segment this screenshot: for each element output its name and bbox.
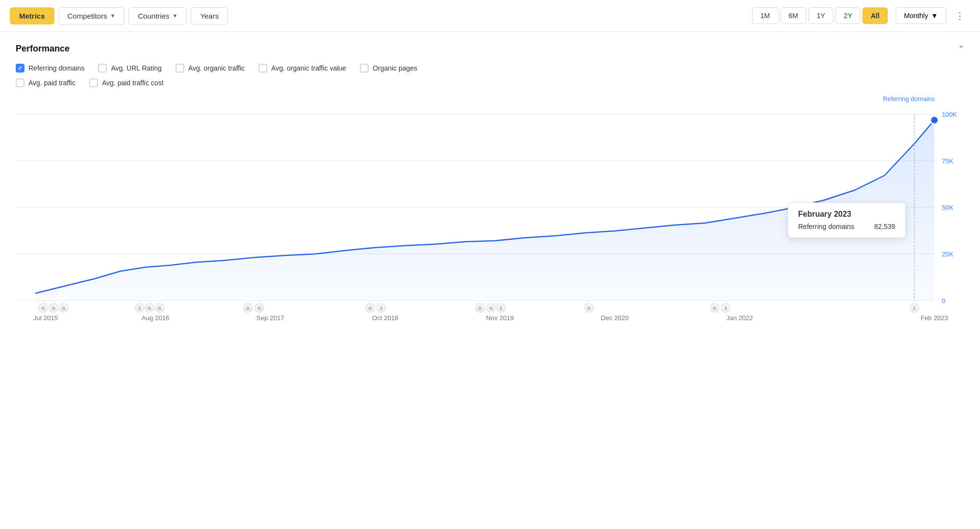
- svg-text:50K: 50K: [942, 204, 954, 211]
- top-navigation: Metrics Competitors ▼ Countries ▼ Years …: [0, 0, 980, 32]
- svg-text:2: 2: [725, 306, 727, 311]
- time-1y-button[interactable]: 1Y: [808, 7, 833, 24]
- svg-text:G: G: [478, 306, 482, 311]
- time-2y-button[interactable]: 2Y: [835, 7, 860, 24]
- svg-text:G: G: [52, 306, 55, 311]
- metrics-button[interactable]: Metrics: [10, 7, 54, 25]
- svg-text:25K: 25K: [942, 251, 954, 258]
- checkbox-referring-domains[interactable]: Referring domains: [16, 64, 84, 73]
- checkbox-avg-url-rating-box: [98, 64, 107, 73]
- time-1m-button[interactable]: 1M: [752, 7, 778, 24]
- svg-text:2: 2: [138, 306, 141, 311]
- svg-text:0: 0: [942, 297, 945, 304]
- checkbox-avg-paid-traffic-cost[interactable]: Avg. paid traffic cost: [89, 78, 164, 87]
- svg-point-11: [930, 116, 938, 124]
- performance-section: Performance ⌃ Referring domains Avg. URL…: [0, 32, 980, 87]
- svg-text:100K: 100K: [942, 111, 957, 118]
- svg-text:G: G: [158, 306, 161, 311]
- svg-text:75K: 75K: [942, 157, 954, 165]
- main-chart-svg: 100K 75K 50K 25K 0 Jul 2015 Aug 2016 Sep…: [16, 104, 964, 340]
- checkbox-avg-organic-traffic-box: [176, 64, 184, 73]
- svg-text:G: G: [41, 306, 45, 311]
- competitors-chevron-icon: ▼: [110, 13, 115, 19]
- time-range-buttons: 1M 6M 1Y 2Y All: [752, 7, 888, 24]
- svg-text:Aug 2016: Aug 2016: [142, 314, 170, 322]
- chart-legend-label: Referring domains: [16, 95, 964, 102]
- monthly-chevron-icon: ▼: [931, 12, 938, 20]
- svg-text:2: 2: [500, 306, 502, 311]
- svg-text:G: G: [587, 306, 591, 311]
- svg-text:G: G: [257, 306, 261, 311]
- svg-text:2: 2: [380, 306, 382, 311]
- svg-text:Feb 2023: Feb 2023: [921, 314, 948, 322]
- checkbox-avg-url-rating[interactable]: Avg. URL Rating: [98, 64, 162, 73]
- time-all-button[interactable]: All: [862, 7, 888, 24]
- countries-button[interactable]: Countries ▼: [128, 7, 187, 25]
- svg-text:G: G: [489, 306, 493, 311]
- time-6m-button[interactable]: 6M: [780, 7, 806, 24]
- competitors-button[interactable]: Competitors ▼: [58, 7, 125, 25]
- checkbox-avg-organic-traffic-value[interactable]: Avg. organic traffic value: [258, 64, 346, 73]
- checkbox-avg-paid-traffic-cost-box: [89, 78, 98, 87]
- svg-text:G: G: [148, 306, 151, 311]
- svg-text:Jan 2022: Jan 2022: [726, 314, 753, 322]
- svg-text:Oct 2018: Oct 2018: [372, 314, 399, 322]
- checkbox-avg-organic-traffic-value-box: [258, 64, 267, 73]
- collapse-button[interactable]: ⌃: [958, 44, 964, 53]
- checkbox-referring-domains-box: [16, 64, 25, 73]
- monthly-button[interactable]: Monthly ▼: [896, 7, 946, 24]
- checkbox-avg-paid-traffic-box: [16, 78, 25, 87]
- svg-text:Nov 2019: Nov 2019: [486, 314, 514, 322]
- checkbox-avg-paid-traffic[interactable]: Avg. paid traffic: [16, 78, 75, 87]
- countries-chevron-icon: ▼: [172, 13, 177, 19]
- checkbox-organic-pages-box: [360, 64, 369, 73]
- chart-wrapper[interactable]: 100K 75K 50K 25K 0 Jul 2015 Aug 2016 Sep…: [16, 104, 964, 340]
- performance-header: Performance ⌃: [16, 44, 964, 54]
- svg-text:G: G: [713, 306, 716, 311]
- checkbox-avg-organic-traffic[interactable]: Avg. organic traffic: [176, 64, 245, 73]
- svg-text:Sep 2017: Sep 2017: [256, 314, 284, 322]
- svg-text:2: 2: [913, 306, 916, 311]
- svg-text:G: G: [369, 306, 372, 311]
- chart-container: Referring domains 100K 75K 50K 25K 0: [0, 95, 980, 340]
- checkbox-row-1: Referring domains Avg. URL Rating Avg. o…: [16, 64, 964, 73]
- svg-text:G: G: [246, 306, 250, 311]
- checkbox-organic-pages[interactable]: Organic pages: [360, 64, 417, 73]
- more-options-button[interactable]: ⋮: [950, 6, 970, 25]
- svg-marker-10: [36, 120, 934, 301]
- years-button[interactable]: Years: [191, 7, 228, 25]
- performance-title: Performance: [16, 44, 70, 54]
- svg-text:Jul 2015: Jul 2015: [33, 314, 58, 322]
- svg-text:Dec 2020: Dec 2020: [601, 314, 629, 322]
- checkbox-row-2: Avg. paid traffic Avg. paid traffic cost: [16, 78, 964, 87]
- svg-text:G: G: [62, 306, 65, 311]
